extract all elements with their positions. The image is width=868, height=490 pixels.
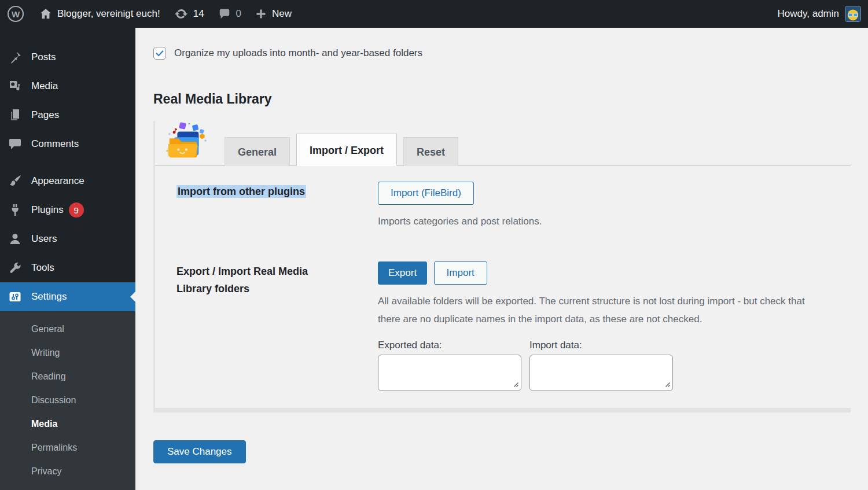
settings-submenu: General Writing Reading Discussion Media…	[0, 311, 135, 490]
settings-sliders-icon	[8, 290, 23, 304]
comments-link[interactable]: 0	[211, 0, 248, 28]
checkmark-icon	[155, 49, 164, 58]
settings-media-page: Organize my uploads into month- and year…	[135, 28, 868, 490]
plug-icon	[8, 203, 23, 217]
sidebar-item-pages[interactable]: Pages	[0, 101, 135, 130]
submenu-label: General	[31, 324, 64, 334]
import-button[interactable]: Import	[434, 261, 487, 285]
import-data-group: Import data:	[529, 340, 673, 391]
new-content-link[interactable]: New	[248, 0, 299, 28]
uploads-organize-checkbox[interactable]	[153, 47, 166, 60]
plugins-update-badge: 9	[69, 202, 84, 218]
import-data-textarea[interactable]	[529, 355, 673, 391]
sidebar-item-label: Tools	[31, 262, 54, 274]
sidebar-item-settings[interactable]: Settings	[0, 282, 135, 311]
svg-text:W: W	[12, 9, 20, 19]
import-filebird-button[interactable]: Import (FileBird)	[378, 182, 474, 205]
import-plugins-label: Import from other plugins	[176, 182, 378, 230]
tab-import-export[interactable]: Import / Export	[296, 134, 397, 166]
sidebar-item-users[interactable]: Users	[0, 224, 135, 253]
submenu-item-media[interactable]: Media	[0, 412, 135, 436]
menu-separator	[0, 159, 135, 167]
submenu-label: Media	[31, 419, 57, 429]
wordpress-logo[interactable]: W	[0, 0, 32, 28]
import-plugins-description: Imports categories and post relations.	[378, 212, 827, 230]
sidebar-item-appearance[interactable]: Appearance	[0, 167, 135, 196]
tab-general[interactable]: General	[225, 137, 290, 166]
submenu-label: Privacy	[31, 466, 61, 477]
exported-data-group: Exported data:	[378, 340, 521, 391]
sidebar-item-label: Pages	[31, 109, 59, 121]
admin-sidebar: Posts Media Pages	[0, 28, 135, 490]
export-import-row: Export / Import Real Media Library folde…	[176, 261, 827, 391]
rml-folder-logo-icon	[162, 121, 211, 164]
media-icon	[8, 79, 23, 93]
user-icon	[8, 232, 23, 246]
paintbrush-icon	[8, 174, 23, 188]
sidebar-item-label: Plugins	[31, 204, 64, 216]
sidebar-item-label: Posts	[31, 51, 56, 63]
exported-data-textarea[interactable]	[378, 355, 521, 391]
export-import-description: All available folders will be exported. …	[378, 292, 827, 328]
export-import-buttons: Export Import	[378, 261, 827, 285]
new-label: New	[272, 8, 292, 20]
pages-icon	[8, 108, 23, 122]
submenu-item-discussion[interactable]: Discussion	[0, 388, 135, 412]
sidebar-item-label: Settings	[31, 291, 67, 303]
account-menu[interactable]: Howdy, admin	[778, 6, 861, 22]
import-plugins-row: Import from other plugins Import (FileBi…	[176, 182, 827, 230]
speech-bubble-icon	[8, 137, 23, 151]
plus-icon	[255, 8, 267, 20]
update-count: 14	[193, 8, 204, 20]
sidebar-item-plugins[interactable]: Plugins 9	[0, 196, 135, 224]
sidebar-item-label: Users	[31, 233, 57, 245]
sidebar-item-tools[interactable]: Tools	[0, 253, 135, 282]
uploads-organize-label[interactable]: Organize my uploads into month- and year…	[174, 47, 422, 59]
sidebar-item-posts[interactable]: Posts	[0, 43, 135, 72]
submenu-item-permalinks[interactable]: Permalinks	[0, 436, 135, 459]
uploads-organize-row: Organize my uploads into month- and year…	[153, 47, 851, 60]
sidebar-item-media[interactable]: Media	[0, 72, 135, 101]
save-changes-button[interactable]: Save Changes	[153, 440, 246, 463]
submenu-item-privacy[interactable]: Privacy	[0, 459, 135, 483]
submenu-label: Discussion	[31, 395, 76, 406]
submenu-label: Permalinks	[31, 443, 77, 453]
sidebar-item-label: Appearance	[31, 175, 84, 187]
tab-label: General	[238, 146, 277, 158]
import-data-label: Import data:	[529, 340, 673, 351]
submenu-item-general[interactable]: General	[0, 317, 135, 341]
howdy-label: Howdy, admin	[778, 8, 839, 20]
site-name-label: Blogger, vereinigt euch!	[57, 8, 160, 20]
sidebar-item-comments[interactable]: Comments	[0, 130, 135, 159]
sidebar-item-label: Comments	[31, 138, 79, 150]
comment-bubble-icon	[218, 8, 231, 20]
updates-link[interactable]: 14	[167, 0, 211, 28]
pushpin-icon	[8, 50, 23, 64]
admin-bar: W Blogger, vereinigt euch! 14	[0, 0, 868, 28]
tab-label: Reset	[417, 146, 445, 158]
exported-data-label: Exported data:	[378, 340, 521, 351]
tab-label: Import / Export	[310, 145, 384, 156]
submenu-label: Reading	[31, 371, 66, 382]
update-icon	[174, 7, 188, 21]
tab-reset[interactable]: Reset	[403, 137, 458, 166]
submenu-item-reading[interactable]: Reading	[0, 364, 135, 388]
export-import-label: Export / Import Real Media Library folde…	[176, 261, 378, 391]
wrench-icon	[8, 261, 23, 275]
submenu-label: Writing	[31, 348, 60, 358]
highlighted-text: Import from other plugins	[176, 185, 306, 198]
page-title: Real Media Library	[153, 91, 851, 107]
home-icon	[39, 8, 52, 20]
import-export-tab-content: Import from other plugins Import (FileBi…	[155, 166, 851, 408]
rml-tab-bar: General Import / Export Reset	[155, 121, 851, 166]
sidebar-item-label: Media	[31, 80, 58, 92]
comment-count: 0	[236, 8, 241, 20]
export-button[interactable]: Export	[378, 261, 427, 285]
avatar	[845, 6, 861, 22]
site-name-link[interactable]: Blogger, vereinigt euch!	[32, 0, 167, 28]
rml-settings-panel: General Import / Export Reset Import fro…	[153, 121, 851, 412]
submenu-item-writing[interactable]: Writing	[0, 341, 135, 364]
